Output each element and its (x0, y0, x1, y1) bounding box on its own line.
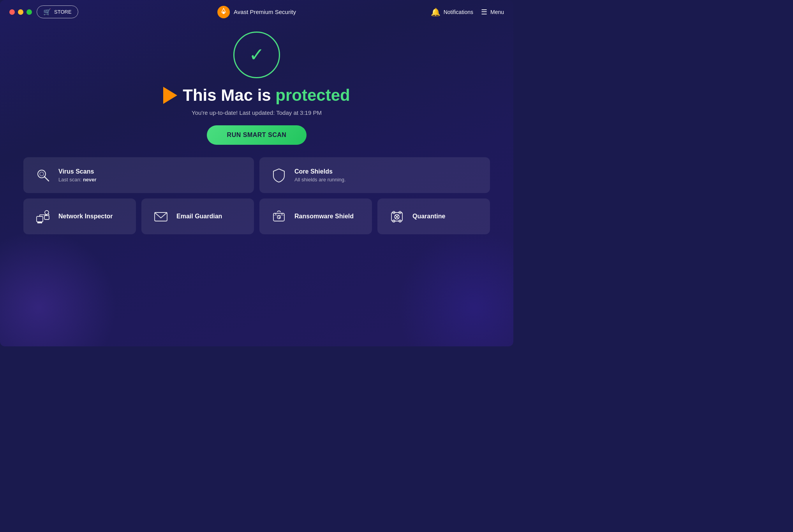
run-scan-button[interactable]: RUN SMART SCAN (207, 125, 307, 145)
network-inspector-card[interactable]: Network Inspector (23, 198, 136, 234)
svg-point-1 (222, 11, 225, 14)
email-icon (152, 208, 169, 225)
network-icon (34, 208, 51, 225)
svg-point-12 (38, 222, 39, 223)
avast-logo (217, 6, 230, 18)
status-circle: ✓ (233, 32, 280, 78)
status-prefix: This Mac is (183, 86, 275, 104)
app-window: 🛒 STORE Avast Premium Security 🔔 Notific… (0, 0, 513, 346)
status-text: This Mac is protected (183, 86, 350, 105)
main-content: ✓ This Mac is protected You're up-to-dat… (0, 24, 513, 346)
title-bar: 🛒 STORE Avast Premium Security 🔔 Notific… (0, 0, 513, 24)
virus-scans-card[interactable]: Virus Scans Last scan: never (23, 157, 254, 193)
close-button[interactable] (9, 9, 15, 15)
checkmark-icon: ✓ (249, 46, 264, 64)
title-bar-right: 🔔 Notifications ☰ Menu (431, 7, 504, 17)
svg-line-11 (48, 214, 49, 215)
quarantine-card[interactable]: Quarantine (377, 198, 490, 234)
virus-scans-title: Virus Scans (58, 168, 97, 175)
core-shields-text: Core Shields All shields are running. (294, 168, 346, 183)
email-guardian-title: Email Guardian (176, 213, 222, 220)
minimize-button[interactable] (18, 9, 23, 15)
core-shields-title: Core Shields (294, 168, 346, 175)
notifications-button[interactable]: 🔔 Notifications (431, 7, 473, 17)
store-button[interactable]: 🛒 STORE (37, 5, 78, 18)
quarantine-icon (388, 208, 405, 225)
menu-label: Menu (490, 9, 504, 15)
cart-icon: 🛒 (43, 8, 51, 16)
traffic-lights (9, 9, 32, 15)
store-label: STORE (54, 9, 72, 15)
shield-icon (270, 167, 287, 184)
ransomware-shield-card[interactable]: Ransomware Shield (259, 198, 372, 234)
network-inspector-title: Network Inspector (58, 213, 113, 220)
title-bar-center: Avast Premium Security (217, 6, 296, 18)
bell-icon: 🔔 (431, 7, 441, 17)
quarantine-title: Quarantine (412, 213, 445, 220)
hamburger-icon: ☰ (481, 8, 487, 16)
notifications-label: Notifications (444, 9, 473, 15)
ransomware-shield-title: Ransomware Shield (294, 213, 354, 220)
play-arrow-icon (163, 87, 177, 104)
cards-row-1: Virus Scans Last scan: never Core Shield… (23, 157, 490, 193)
virus-scans-subtitle: Last scan: never (58, 177, 97, 183)
status-subtitle: You're up-to-date! Last updated: Today a… (192, 109, 322, 116)
cards-row-2: Network Inspector Email Guardian (23, 198, 490, 234)
quarantine-text: Quarantine (412, 213, 445, 220)
scan-icon (34, 167, 51, 184)
maximize-button[interactable] (26, 9, 32, 15)
svg-line-18 (279, 217, 280, 218)
email-guardian-text: Email Guardian (176, 213, 222, 220)
status-highlighted: protected (275, 86, 350, 104)
ransomware-shield-text: Ransomware Shield (294, 213, 354, 220)
svg-rect-5 (37, 216, 43, 222)
core-shields-subtitle: All shields are running. (294, 177, 346, 183)
network-inspector-text: Network Inspector (58, 213, 113, 220)
email-guardian-card[interactable]: Email Guardian (141, 198, 254, 234)
status-circle-container: ✓ (233, 32, 280, 78)
svg-point-4 (40, 172, 44, 176)
svg-point-14 (41, 222, 42, 223)
virus-scans-text: Virus Scans Last scan: never (58, 168, 97, 183)
svg-line-3 (44, 177, 49, 181)
cards-container: Virus Scans Last scan: never Core Shield… (23, 157, 490, 234)
svg-rect-6 (44, 216, 49, 219)
menu-button[interactable]: ☰ Menu (481, 8, 504, 16)
ransomware-icon (270, 208, 287, 225)
svg-point-13 (39, 222, 41, 223)
app-title: Avast Premium Security (234, 9, 296, 15)
core-shields-card[interactable]: Core Shields All shields are running. (259, 157, 490, 193)
title-bar-left: 🛒 STORE (9, 5, 78, 18)
status-headline: This Mac is protected (163, 86, 350, 105)
